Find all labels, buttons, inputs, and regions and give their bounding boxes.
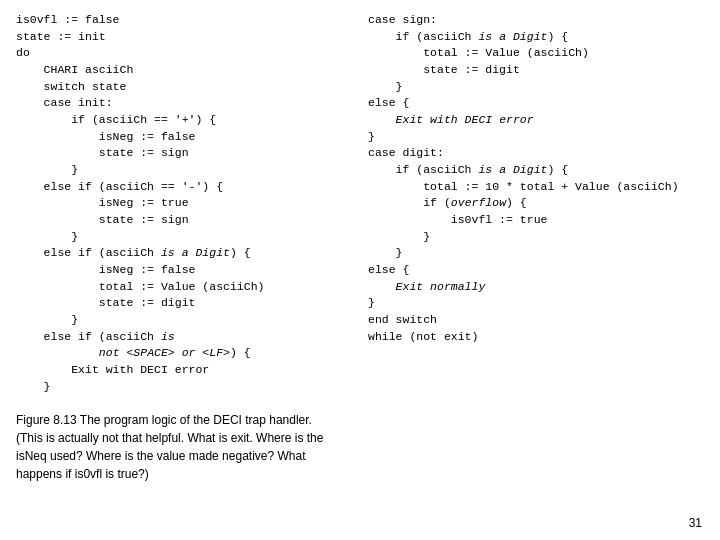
code-line: } xyxy=(368,130,375,143)
code-line: if (overflow) { xyxy=(368,196,527,209)
code-line: CHARI asciiCh xyxy=(16,63,133,76)
caption-line3: isNeq used? Where is the value made nega… xyxy=(16,449,306,463)
code-line: } xyxy=(16,313,78,326)
code-line: if (asciiCh is a Digit) { xyxy=(368,30,568,43)
caption-line2: (This is actually not that helpful. What… xyxy=(16,431,323,445)
code-line: switch state xyxy=(16,80,126,93)
code-line: is0vfl := true xyxy=(368,213,547,226)
code-line: if (asciiCh == '+') { xyxy=(16,113,216,126)
left-code-column: is0vfl := false state := init do CHARI a… xyxy=(16,12,360,395)
code-line: else { xyxy=(368,96,409,109)
code-area: is0vfl := false state := init do CHARI a… xyxy=(0,0,720,403)
code-line: case digit: xyxy=(368,146,444,159)
code-line: } xyxy=(368,80,403,93)
code-line: } xyxy=(16,230,78,243)
code-line: isNeg := false xyxy=(16,263,195,276)
code-line: isNeg := false xyxy=(16,130,195,143)
code-line: isNeg := true xyxy=(16,196,189,209)
code-line: else { xyxy=(368,263,409,276)
code-line: else if (asciiCh is a Digit) { xyxy=(16,246,251,259)
code-line: Exit with DECI error xyxy=(16,363,209,376)
code-line: case sign: xyxy=(368,13,437,26)
code-line: else if (asciiCh is xyxy=(16,330,175,343)
caption-line4: happens if is0vfl is true?) xyxy=(16,467,149,481)
right-code-block: case sign: if (asciiCh is a Digit) { tot… xyxy=(368,12,704,345)
code-line: total := Value (asciiCh) xyxy=(16,280,264,293)
left-code-block: is0vfl := false state := init do CHARI a… xyxy=(16,12,352,395)
code-line: case init: xyxy=(16,96,113,109)
code-line: do xyxy=(16,46,30,59)
code-line: not <SPACE> or <LF>) { xyxy=(16,346,251,359)
code-line: Exit normally xyxy=(368,280,485,293)
code-line: state := digit xyxy=(368,63,520,76)
caption-line1: Figure 8.13 The program logic of the DEC… xyxy=(16,413,312,427)
code-line: } xyxy=(16,163,78,176)
page-number: 31 xyxy=(689,516,702,530)
code-line: total := 10 * total + Value (asciiCh) xyxy=(368,180,679,193)
code-line: } xyxy=(368,246,403,259)
code-line: state := init xyxy=(16,30,106,43)
code-line: while (not exit) xyxy=(368,330,478,343)
code-line: } xyxy=(16,380,51,393)
code-line: } xyxy=(368,230,430,243)
code-line: is0vfl := false xyxy=(16,13,120,26)
code-line: } xyxy=(368,296,375,309)
code-line: end switch xyxy=(368,313,437,326)
code-line: Exit with DECI error xyxy=(368,113,534,126)
code-line: total := Value (asciiCh) xyxy=(368,46,589,59)
code-line: else if (asciiCh == '-') { xyxy=(16,180,223,193)
figure-caption: Figure 8.13 The program logic of the DEC… xyxy=(0,403,720,483)
code-line: state := sign xyxy=(16,146,189,159)
code-line: if (asciiCh is a Digit) { xyxy=(368,163,568,176)
right-code-column: case sign: if (asciiCh is a Digit) { tot… xyxy=(360,12,704,395)
code-line: state := sign xyxy=(16,213,189,226)
code-line: state := digit xyxy=(16,296,195,309)
